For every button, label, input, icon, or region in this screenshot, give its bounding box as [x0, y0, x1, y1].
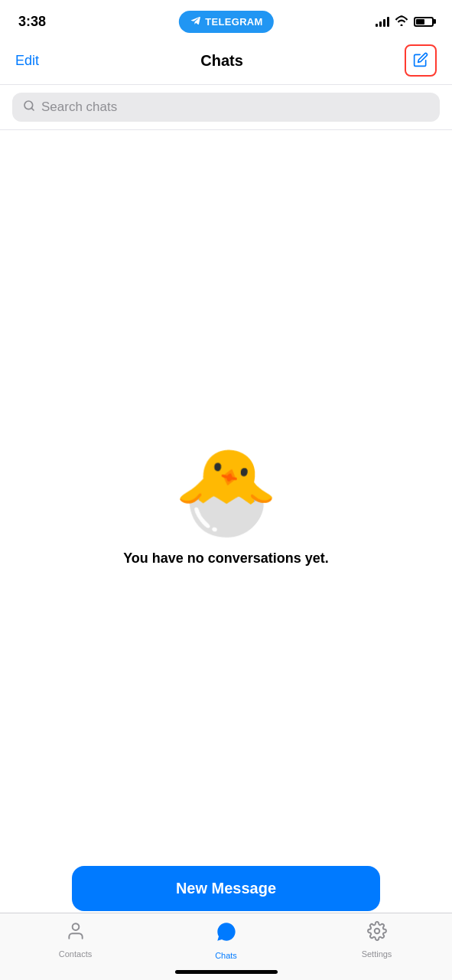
svg-point-4: [374, 929, 379, 934]
tab-settings[interactable]: Settings: [301, 921, 452, 959]
compose-icon: [413, 52, 428, 70]
contacts-tab-label: Contacts: [59, 949, 92, 959]
chick-emoji-icon: 🐣: [174, 449, 278, 534]
chats-tab-label: Chats: [215, 951, 237, 960]
svg-line-2: [31, 108, 34, 110]
search-placeholder-text: Search chats: [41, 100, 117, 115]
telegram-badge: TELEGRAM: [178, 11, 273, 33]
tab-contacts[interactable]: Contacts: [0, 921, 151, 959]
edit-button[interactable]: Edit: [15, 53, 39, 69]
svg-point-3: [72, 923, 79, 930]
signal-icon: [376, 16, 389, 27]
main-content: 🐣 You have no conversations yet.: [0, 130, 452, 980]
tab-chats[interactable]: Chats: [151, 921, 301, 960]
search-bar[interactable]: Search chats: [12, 93, 440, 122]
status-icons: [376, 15, 434, 28]
empty-state-text: You have no conversations yet.: [123, 549, 329, 568]
home-indicator: [175, 970, 278, 974]
new-message-container: New Message: [0, 866, 452, 911]
settings-tab-label: Settings: [362, 949, 392, 959]
settings-icon: [367, 921, 387, 946]
new-message-button[interactable]: New Message: [72, 866, 380, 911]
battery-icon: [414, 17, 434, 27]
empty-state: 🐣 You have no conversations yet.: [123, 449, 329, 568]
svg-point-0: [401, 24, 403, 26]
telegram-badge-text: TELEGRAM: [205, 16, 262, 28]
telegram-logo-icon: [189, 15, 201, 29]
wifi-icon: [395, 15, 408, 28]
tab-bar: Contacts Chats Settings: [0, 913, 452, 980]
page-title: Chats: [200, 52, 243, 70]
chats-icon: [216, 921, 237, 948]
status-bar: 3:38 TELEGRAM: [0, 0, 452, 38]
status-time: 3:38: [18, 14, 46, 30]
search-container: Search chats: [0, 85, 452, 130]
compose-button[interactable]: [405, 44, 437, 77]
navigation-bar: Edit Chats: [0, 38, 452, 85]
contacts-icon: [66, 921, 86, 946]
search-icon: [23, 100, 35, 115]
